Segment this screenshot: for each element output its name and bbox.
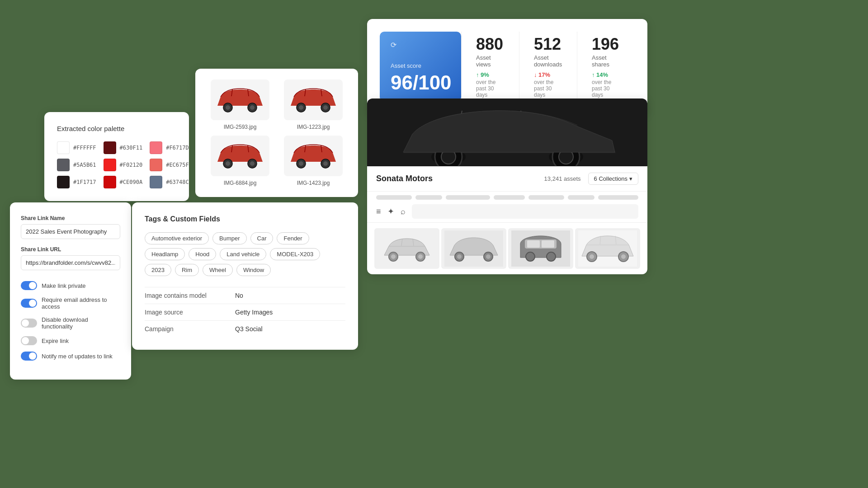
image-filename: IMG-1423.jpg xyxy=(297,180,330,186)
filter-pin-icon[interactable]: ✦ xyxy=(387,206,394,216)
color-hex-value: #630F11 xyxy=(120,145,143,151)
filter-sliders-icon[interactable]: ≡ xyxy=(376,207,381,216)
tag-item[interactable]: 2023 xyxy=(145,264,171,276)
color-swatch xyxy=(57,141,70,154)
toggle-label: Expire link xyxy=(42,338,69,344)
color-item: #1F1717 xyxy=(57,176,96,188)
image-grid: IMG-2593.jpg IMG-1223.jpg IMG-6884.jpg xyxy=(206,80,347,186)
stat-period: over the past 30 days xyxy=(592,79,620,98)
svg-point-29 xyxy=(391,254,396,259)
toggle-switch[interactable] xyxy=(21,336,37,345)
filter-pill-2 xyxy=(415,195,442,200)
filter-pill-5 xyxy=(528,195,564,200)
toggle-list: Make link privateRequire email address t… xyxy=(21,281,120,361)
color-item: #EC675F xyxy=(150,159,189,171)
field-value: No xyxy=(235,292,243,299)
search-bar[interactable] xyxy=(412,204,638,219)
toggle-switch[interactable] xyxy=(21,352,37,361)
car-thumbnail-svg xyxy=(215,140,265,172)
stat-label: Asset views xyxy=(476,54,505,68)
color-item: #5A5B61 xyxy=(57,159,96,171)
filter-pill-1 xyxy=(376,195,412,200)
brand-collections-button[interactable]: 6 Collections ▾ xyxy=(588,173,638,185)
field-name: Campaign xyxy=(145,325,235,333)
color-swatch xyxy=(57,159,70,171)
stat-column: 880 Asset views ↑ 9% over the past 30 da… xyxy=(461,32,519,102)
tag-item[interactable]: Rim xyxy=(175,264,199,276)
toggle-row: Expire link xyxy=(21,336,120,345)
svg-point-12 xyxy=(226,161,230,166)
share-link-name-label: Share Link Name xyxy=(21,215,120,221)
svg-rect-40 xyxy=(542,240,554,248)
brand-info-bar: Sonata Motors 13,241 assets 6 Collection… xyxy=(367,166,647,192)
color-item: #FFFFFF xyxy=(57,141,96,154)
filter-pill-3 xyxy=(446,195,491,200)
car-image-placeholder xyxy=(211,80,269,120)
toggle-label: Disable download functionality xyxy=(42,316,120,330)
stat-label: Asset shares xyxy=(592,54,620,68)
asset-thumbnails xyxy=(367,223,647,274)
tag-item[interactable]: Automotive exterior xyxy=(145,232,209,244)
car-hero xyxy=(367,99,647,166)
field-row: Image sourceGetty Images xyxy=(145,304,345,320)
tag-item[interactable]: Window xyxy=(236,264,271,276)
image-cell[interactable]: IMG-1223.jpg xyxy=(279,80,347,130)
color-swatch xyxy=(104,141,116,154)
image-filename: IMG-2593.jpg xyxy=(224,124,257,130)
asset-thumb-2[interactable] xyxy=(441,228,506,269)
stat-column: 512 Asset downloads ↓ 17% over the past … xyxy=(519,32,577,102)
asset-score-label: Asset score xyxy=(391,62,450,69)
color-hex-value: #1F1717 xyxy=(73,179,96,185)
filter-search-icon[interactable]: ⌕ xyxy=(401,207,406,216)
collections-chevron: ▾ xyxy=(629,175,632,182)
color-palette-title: Extracted color palette xyxy=(57,125,176,132)
toggle-switch[interactable] xyxy=(21,281,37,290)
toggle-switch[interactable] xyxy=(21,299,37,308)
car-thumbnail-svg xyxy=(215,84,265,116)
toggle-label: Notify me of updates to link xyxy=(42,353,113,360)
car-image-placeholder xyxy=(284,136,343,176)
asset-thumb-4[interactable] xyxy=(575,228,640,269)
field-value: Getty Images xyxy=(235,309,273,316)
tag-item[interactable]: Hood xyxy=(189,248,216,260)
color-item: #63748C xyxy=(150,176,189,188)
tag-item[interactable]: Bumper xyxy=(212,232,247,244)
field-value: Q3 Social xyxy=(235,325,263,333)
tags-card-title: Tags & Custom Fields xyxy=(145,215,345,223)
svg-point-36 xyxy=(486,254,491,259)
field-row: Image contains modelNo xyxy=(145,287,345,304)
color-swatch xyxy=(57,176,70,188)
stat-change: ↑ 14% xyxy=(592,71,620,78)
color-swatch xyxy=(150,176,162,188)
color-swatch xyxy=(104,159,116,171)
tag-item[interactable]: Headlamp xyxy=(145,248,185,260)
color-hex-value: #F6717D xyxy=(166,145,189,151)
stat-period: over the past 30 days xyxy=(476,79,505,98)
image-cell[interactable]: IMG-1423.jpg xyxy=(279,136,347,186)
tag-item[interactable]: Car xyxy=(250,232,274,244)
toggle-row: Make link private xyxy=(21,281,120,290)
filter-pill-6 xyxy=(568,195,594,200)
svg-point-34 xyxy=(457,254,462,259)
svg-point-19 xyxy=(323,161,328,166)
tag-item[interactable]: MODEL-X203 xyxy=(270,248,320,260)
image-filename: IMG-6884.jpg xyxy=(224,180,257,186)
share-link-name-input[interactable] xyxy=(21,224,120,239)
filter-bar: ≡ ✦ ⌕ xyxy=(367,192,647,223)
share-link-url-input[interactable] xyxy=(21,255,120,270)
filter-tags-row xyxy=(376,195,638,200)
asset-thumb-1[interactable] xyxy=(374,228,439,269)
tag-item[interactable]: Land vehicle xyxy=(220,248,266,260)
image-cell[interactable]: IMG-2593.jpg xyxy=(206,80,274,130)
thumb-car-4 xyxy=(578,230,637,267)
asset-score-box: ⟳ Asset score 96/100 xyxy=(380,32,461,102)
tag-item[interactable]: Wheel xyxy=(203,264,233,276)
thumb-car-3 xyxy=(511,230,570,267)
stat-number: 196 xyxy=(592,35,620,53)
tags-card: Tags & Custom Fields Automotive exterior… xyxy=(132,202,358,350)
toggle-switch[interactable] xyxy=(21,319,37,328)
tag-item[interactable]: Fender xyxy=(277,232,309,244)
asset-thumb-3[interactable] xyxy=(508,228,573,269)
image-cell[interactable]: IMG-6884.jpg xyxy=(206,136,274,186)
color-hex-value: #63748C xyxy=(166,179,189,185)
